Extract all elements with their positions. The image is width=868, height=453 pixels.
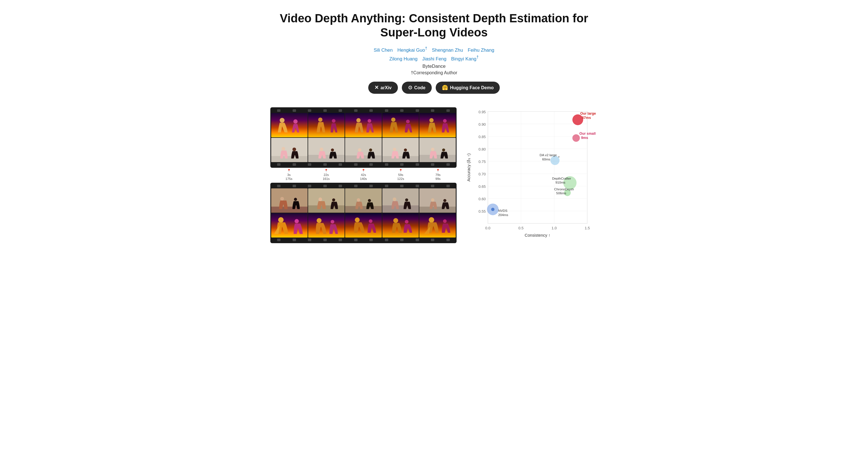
real-bottom-frame-2 <box>308 188 345 213</box>
hole <box>292 109 296 112</box>
svg-text:Consistency ↑: Consistency ↑ <box>525 233 550 237</box>
svg-point-58 <box>429 217 434 223</box>
hole <box>277 239 280 241</box>
ts-bot-4: 122s <box>397 177 404 181</box>
svg-point-5 <box>368 119 371 123</box>
hole <box>446 239 450 241</box>
film-strip-bottom <box>270 183 457 243</box>
institution: ByteDance <box>270 63 598 69</box>
svg-point-17 <box>331 148 334 152</box>
our-large-label: Our large <box>580 112 596 115</box>
hole <box>446 163 450 166</box>
author-shengnan-zhu[interactable]: Shengnan Zhu <box>432 48 463 53</box>
film-holes-top-2 <box>271 184 456 188</box>
depth-frame-1 <box>271 113 308 137</box>
svg-text:0.60: 0.60 <box>478 197 486 201</box>
our-small-label: Our small <box>579 132 596 136</box>
hole <box>431 185 434 187</box>
real-frame-3 <box>345 138 381 162</box>
svg-point-1 <box>293 119 298 124</box>
depth-bottom-frame-1 <box>271 213 308 237</box>
svg-text:0.55: 0.55 <box>478 209 486 214</box>
our-large-circle <box>572 114 583 125</box>
pin-icon-5: 📍 <box>436 169 440 173</box>
hole <box>354 163 358 166</box>
arxiv-button[interactable]: ✕ arXiv <box>368 82 398 94</box>
hole <box>446 185 450 187</box>
pin-icon-2: 📍 <box>324 169 328 173</box>
hole <box>354 109 358 112</box>
svg-point-21 <box>369 148 372 152</box>
svg-point-56 <box>393 218 398 223</box>
svg-point-24 <box>393 148 396 151</box>
hole <box>369 239 373 241</box>
author-feihu-zhang[interactable]: Feihu Zhang <box>468 48 494 53</box>
svg-text:0.75: 0.75 <box>478 160 486 164</box>
author-zilong-huang[interactable]: Zilong Huang <box>390 56 417 62</box>
svg-rect-15 <box>308 155 345 162</box>
author-bingyi-kang[interactable]: Bingyi Kang† <box>451 56 478 62</box>
svg-point-45 <box>405 198 408 201</box>
svg-point-0 <box>280 118 284 122</box>
svg-rect-11 <box>271 156 308 162</box>
hole <box>416 163 419 166</box>
real-bottom-frame-4 <box>382 188 419 213</box>
svg-point-3 <box>332 119 336 123</box>
ts-bot-2: 161s <box>323 177 330 181</box>
svg-point-8 <box>429 118 433 122</box>
svg-point-25 <box>404 148 407 152</box>
ts-bot-3: 140s <box>360 177 367 181</box>
depth-bottom-frame-4 <box>382 213 419 237</box>
ts-top-1: 3s <box>287 173 291 177</box>
author-jiashi-feng[interactable]: Jiashi Feng <box>422 56 446 62</box>
svg-text:Accuracy (δ₁ ↑): Accuracy (δ₁ ↑) <box>466 153 471 181</box>
real-bottom-frame-1 <box>271 188 308 213</box>
svg-point-2 <box>318 117 322 122</box>
hole <box>431 109 434 112</box>
svg-rect-60 <box>488 112 588 224</box>
our-small-circle <box>572 134 580 141</box>
ts-top-4: 59s <box>398 173 403 177</box>
hole <box>292 163 296 166</box>
hole <box>339 109 342 112</box>
author-sili-chen[interactable]: Sili Chen <box>374 48 393 53</box>
real-bottom-frame-5 <box>419 188 456 213</box>
svg-point-59 <box>443 220 447 223</box>
hole <box>354 239 358 241</box>
da-v2-plus: + <box>558 155 560 159</box>
pin-icon-4: 📍 <box>399 169 403 173</box>
hole <box>323 109 327 112</box>
hole <box>385 109 388 112</box>
hole <box>323 239 327 241</box>
title-section: Video Depth Anything: Consistent Depth E… <box>270 11 598 94</box>
ts-2: 📍 22s 161s <box>308 169 345 181</box>
code-button[interactable]: ⊙ Code <box>402 82 432 94</box>
svg-point-33 <box>294 198 297 201</box>
our-small-ms: 9ms <box>581 136 588 140</box>
authors-row1: Sili Chen Hengkai Guo† Shengnan Zhu Feih… <box>270 46 598 53</box>
svg-text:0.5: 0.5 <box>518 226 523 230</box>
nvds-point <box>491 207 495 211</box>
svg-point-20 <box>358 148 362 152</box>
author-hengkai-guo[interactable]: Hengkai Guo† <box>397 48 427 53</box>
svg-text:0.80: 0.80 <box>478 147 486 151</box>
hole <box>354 185 358 187</box>
hole <box>385 185 388 187</box>
ts-bot-5: 99s <box>435 177 440 181</box>
pin-icon-3: 📍 <box>362 169 365 173</box>
huggingface-button[interactable]: 🤗 Hugging Face Demo <box>436 82 500 94</box>
svg-text:0.70: 0.70 <box>478 172 486 176</box>
chronodepth-ms: 506ms <box>556 191 566 195</box>
hole <box>277 185 280 187</box>
depthcrafter-ms: 910ms <box>555 180 565 184</box>
depthcrafter-label: DepthCrafter <box>552 176 571 180</box>
svg-point-53 <box>331 220 334 224</box>
svg-text:0.65: 0.65 <box>478 185 486 189</box>
svg-text:0.95: 0.95 <box>478 110 486 114</box>
real-frame-1 <box>271 138 308 162</box>
hole <box>339 163 342 166</box>
huggingface-icon: 🤗 <box>442 85 448 91</box>
film-holes-bottom <box>271 163 456 166</box>
da-v2-ms: 60ms <box>542 157 550 161</box>
ts-5: 📍 79s 99s <box>419 169 457 181</box>
